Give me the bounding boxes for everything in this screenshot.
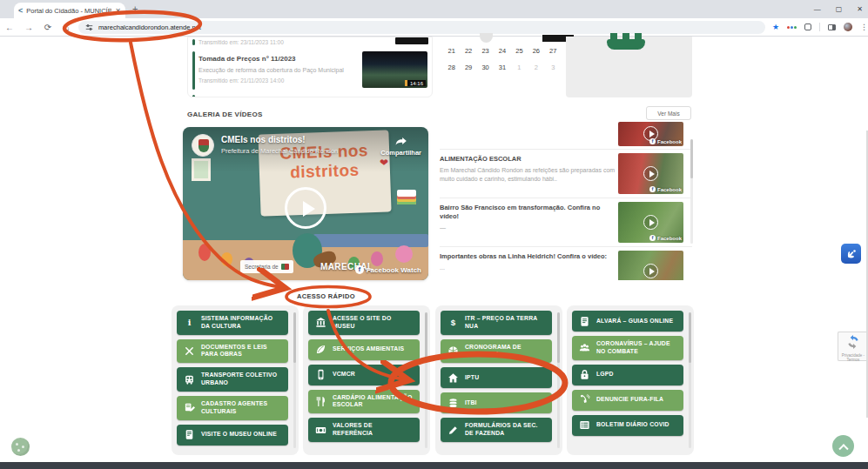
quick-access-button-sistema-informa-o-da-cultura[interactable]: iSISTEMA INFORMAÇÃO DA CULTURA: [177, 311, 288, 335]
video-player[interactable]: CMEIs nos distritos ❤ CMEIs nos distrito…: [183, 127, 428, 280]
video-item-thumbnail[interactable]: fFacebook: [618, 153, 683, 194]
column-scrollbar[interactable]: [425, 312, 427, 448]
bottom-dark-bar: [0, 462, 868, 469]
video-list-scrollbar[interactable]: [690, 139, 693, 244]
quick-access-button-cadastro-agentes-culturais[interactable]: CADASTRO AGENTES CULTURAIS: [177, 396, 288, 420]
calendar-day[interactable]: 30: [477, 64, 494, 71]
news-item-partial-top[interactable]: Transmitido em: 23/11/2023 11:00: [188, 37, 432, 47]
profile-avatar[interactable]: [844, 23, 852, 31]
minimize-icon[interactable]: —: [814, 5, 821, 13]
new-tab-button[interactable]: +: [132, 3, 138, 14]
quick-access-button-coronav-rus-ajude-no-combate[interactable]: CORONAVÍRUS – AJUDE NO COMBATE: [572, 336, 683, 360]
column-scrollbar[interactable]: [557, 312, 560, 448]
address-bar[interactable]: marechalcandidorondon.atende.net: [78, 21, 765, 34]
video-item-title: ALIMENTAÇÃO ESCOLAR: [440, 155, 617, 164]
share-button[interactable]: Compartilhar: [380, 133, 421, 157]
quick-access-button-visite-o-museu-online[interactable]: VISITE O MUSEU ONLINE: [177, 425, 288, 446]
quick-access-button-alvar-guias-online[interactable]: ALVARÁ – GUIAS ONLINE: [572, 311, 683, 332]
coins-icon: [447, 398, 459, 409]
video-title[interactable]: CMEIs nos distritos!: [221, 135, 306, 144]
quick-access-button-iptu[interactable]: IPTU: [441, 367, 552, 388]
calendar-day[interactable]: 31: [494, 64, 510, 71]
calendar-day[interactable]: 23: [477, 47, 494, 55]
browser-tab[interactable]: < Portal do Cidadão - MUNICÍPIO ✕: [14, 3, 125, 18]
vlibras-accessibility-button[interactable]: [841, 244, 861, 264]
calendar-day[interactable]: 28: [443, 64, 460, 71]
quick-access-button-cronograma-de-esportes[interactable]: CRONOGRAMA DE ESPORTES: [441, 339, 552, 364]
calendar-day[interactable]: 3: [545, 64, 562, 71]
url-text: marechalcandidorondon.atende.net: [98, 23, 201, 31]
news-item[interactable]: Tomada de Preços n° 11/2023 Execução de …: [188, 50, 432, 91]
video-list-item[interactable]: Importantes obras na Linha Heidrich! Con…: [440, 247, 692, 280]
forward-icon[interactable]: →: [19, 23, 38, 32]
calendar-day[interactable]: 21: [443, 47, 460, 55]
site-info-icon[interactable]: [85, 23, 93, 31]
calendar-day[interactable]: 22: [460, 47, 476, 55]
calendar-day[interactable]: 1: [511, 64, 528, 71]
news-video-thumbnail[interactable]: 14:16: [362, 51, 427, 88]
phone-call-icon: [579, 394, 590, 405]
quick-access-button-itbi[interactable]: ITBI: [441, 392, 552, 413]
quick-access-button-card-pio-alimenta-o-escolar[interactable]: CARDÁPIO ALIMENTAÇÃO ESCOLAR: [308, 390, 420, 414]
video-item-thumbnail[interactable]: fFacebook: [618, 122, 683, 146]
maximize-icon[interactable]: ▢: [836, 5, 843, 13]
calendar-day[interactable]: 2: [528, 64, 544, 71]
close-tab-icon[interactable]: ✕: [115, 7, 121, 15]
quick-access-button-lgpd[interactable]: LGPD: [572, 365, 683, 385]
quick-access-button-servi-os-ambientais[interactable]: SERVIÇOS AMBIENTAIS: [308, 339, 420, 360]
reload-icon[interactable]: ⟳: [38, 23, 57, 32]
column-scrollbar[interactable]: [689, 312, 691, 448]
calendar-day[interactable]: 27: [545, 47, 562, 55]
recaptcha-terms[interactable]: Privacidade - Termos: [838, 353, 868, 362]
pencil-icon: [447, 425, 459, 436]
cookie-consent-button[interactable]: [11, 438, 30, 456]
video-item-thumbnail[interactable]: fFacebook: [618, 202, 683, 243]
scroll-to-top-button[interactable]: [832, 435, 854, 457]
bookmark-star-icon[interactable]: ★: [772, 23, 779, 31]
video-channel[interactable]: Prefeitura de Marechal Cândido Rondon: [221, 147, 338, 155]
facebook-watch-label: Facebook Watch: [367, 266, 421, 274]
home-icon[interactable]: ⌂: [57, 23, 77, 32]
news-accent-bar: [192, 51, 195, 90]
quick-access-button-documentos-e-leis-para-obras[interactable]: DOCUMENTOS E LEIS PARA OBRAS: [177, 339, 288, 364]
facebook-watch-badge[interactable]: f Facebook Watch: [355, 265, 421, 274]
extensions-icon[interactable]: [804, 23, 811, 30]
quick-access-label: ALVARÁ – GUIAS ONLINE: [596, 318, 673, 325]
calendar-day[interactable]: 26: [528, 47, 544, 55]
video-item-thumbnail[interactable]: fFacebook: [618, 251, 683, 280]
cartoon-child: [198, 244, 211, 261]
municipality-crest-logo: [192, 134, 214, 157]
quick-access-label: CORONAVÍRUS – AJUDE NO COMBATE: [596, 340, 676, 356]
facebook-watermark: fFacebook: [649, 235, 682, 241]
leaf-icon: [315, 344, 326, 355]
quick-access-button-formul-rios-da-sec-de-fazenda[interactable]: FORMULÁRIOS DA SEC. DE FAZENDA: [441, 418, 552, 442]
toolbar-divider: [819, 23, 820, 31]
quick-access-button-vcmcr[interactable]: VCMCR: [308, 365, 420, 385]
play-button[interactable]: [285, 187, 326, 229]
extension-colored-icon[interactable]: [787, 26, 797, 29]
calendar-day[interactable]: 29: [460, 64, 476, 71]
calendar-day[interactable]: 25: [511, 47, 528, 55]
calendar-day[interactable]: 24: [494, 47, 510, 55]
video-item-description: ...: [440, 264, 617, 272]
side-panel-icon[interactable]: [828, 24, 836, 30]
news-prev-thumbnail: [395, 37, 428, 44]
browser-menu-icon[interactable]: ⋮: [860, 23, 868, 31]
close-window-icon[interactable]: ✕: [857, 5, 863, 13]
video-list-item[interactable]: ALIMENTAÇÃO ESCOLAREm Marechal Cândido R…: [440, 150, 692, 198]
video-list-item[interactable]: Bairro São Francisco em transformação. C…: [440, 198, 692, 247]
see-more-button[interactable]: Ver Mais: [646, 106, 691, 120]
quick-access-button-boletim-di-rio-covid[interactable]: BOLETIM DIÁRIO COVID: [572, 415, 683, 436]
column-scrollbar[interactable]: [293, 312, 296, 448]
quick-access-button-itr-pre-o-da-terra-nua[interactable]: $ITR – PREÇO DA TERRA NUA: [441, 311, 552, 335]
quick-access-button-denuncie-fura-fila[interactable]: DENUNCIE FURA-FILA: [572, 390, 683, 411]
back-icon[interactable]: ←: [0, 23, 19, 32]
bus-icon: [184, 374, 195, 385]
facebook-watermark: fFacebook: [649, 186, 682, 192]
quick-access-button-acesse-o-site-do-museu[interactable]: ACESSE O SITE DO MUSEU: [308, 311, 420, 335]
quick-access-button-valores-de-refer-ncia[interactable]: VALORES DE REFERÊNCIA: [308, 418, 420, 442]
recaptcha-badge[interactable]: Privacidade - Termos: [838, 332, 868, 361]
quick-access-button-transporte-coletivo-urbano[interactable]: TRANSPORTE COLETIVO URBANO: [177, 367, 288, 392]
news-item-partial-bottom[interactable]: [188, 93, 432, 97]
video-list-item[interactable]: fFacebook: [440, 122, 692, 150]
